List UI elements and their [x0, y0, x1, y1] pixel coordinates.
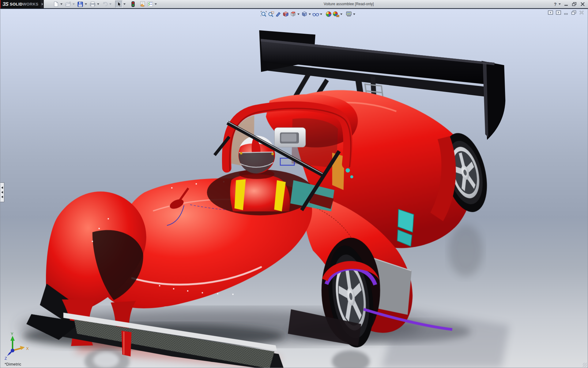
section-view-button[interactable]	[282, 10, 289, 18]
help-button[interactable]: ?	[553, 1, 557, 7]
zoom-to-area-icon	[268, 11, 274, 17]
pane-left-icon	[548, 10, 553, 15]
view-orientation-label: *Dimetric	[5, 362, 21, 366]
collapse-arrow-icon	[1, 191, 3, 194]
save-dropdown[interactable]	[84, 1, 88, 8]
traffic-light-icon	[131, 1, 135, 7]
undo-button[interactable]	[101, 1, 108, 8]
chevron-down-icon	[309, 13, 311, 15]
document-close-button[interactable]	[579, 10, 584, 15]
new-document-icon	[53, 1, 58, 7]
view-settings-dropdown[interactable]	[352, 10, 356, 18]
graphics-viewport[interactable]: Y X Z *Dimetric	[0, 8, 588, 368]
edit-appearance-icon	[333, 11, 339, 17]
chevron-down-icon	[85, 3, 87, 5]
logo-red-strip	[0, 0, 1, 8]
open-folder-icon	[65, 2, 71, 7]
chevron-down-icon	[297, 13, 300, 15]
chevron-right-icon	[41, 3, 43, 6]
view-settings-button[interactable]	[345, 10, 352, 18]
display-style-button[interactable]	[301, 10, 308, 18]
options-button[interactable]	[146, 1, 154, 8]
pane-collapse-left-button[interactable]	[548, 10, 553, 15]
document-restore-button[interactable]	[571, 10, 576, 15]
pane-collapse-right-button[interactable]	[556, 10, 561, 15]
edit-appearance-dropdown[interactable]	[340, 10, 343, 18]
titlebar: ЗS SOLIDWORKS	[0, 0, 588, 8]
apply-scene-button[interactable]	[325, 10, 332, 18]
document-window-controls	[548, 10, 584, 15]
edit-appearance-button[interactable]	[332, 10, 340, 18]
brand-solid: SOLID	[10, 2, 23, 6]
chevron-down-icon	[559, 3, 561, 5]
file-properties-button[interactable]	[139, 1, 146, 8]
new-document-dropdown[interactable]	[60, 1, 63, 8]
close-button[interactable]	[579, 1, 586, 7]
previous-view-icon	[275, 11, 281, 17]
previous-view-button[interactable]	[275, 10, 282, 18]
car-model	[0, 9, 588, 368]
brand-works: WORKS	[23, 2, 39, 6]
save-floppy-icon	[77, 2, 83, 7]
chevron-down-icon	[97, 3, 99, 5]
options-dropdown[interactable]	[154, 1, 157, 8]
solidworks-logo: ЗS SOLIDWORKS	[0, 0, 40, 8]
minimize-icon	[564, 2, 568, 6]
rebuild-button[interactable]	[129, 1, 137, 8]
display-style-dropdown[interactable]	[308, 10, 311, 18]
menu-expand-arrow[interactable]	[40, 0, 44, 8]
file-properties-icon	[140, 1, 145, 7]
select-tool-button[interactable]	[115, 1, 123, 8]
triad-x-label: X	[26, 346, 29, 351]
collapse-arrow-icon	[1, 196, 3, 198]
pane-right-icon	[556, 10, 561, 15]
view-orientation-dropdown[interactable]	[297, 10, 300, 18]
hide-show-items-button[interactable]	[312, 10, 319, 18]
view-settings-icon	[346, 11, 352, 17]
print-button[interactable]	[89, 1, 96, 8]
view-orientation-button[interactable]	[289, 10, 297, 18]
select-dropdown[interactable]	[123, 1, 126, 8]
solidworks-mark-icon: ЗS	[2, 2, 8, 7]
zoom-to-area-button[interactable]	[267, 10, 275, 18]
zoom-to-fit-icon	[261, 11, 267, 17]
chevron-down-icon	[73, 3, 75, 5]
section-view-icon	[283, 11, 289, 17]
chevron-down-icon	[353, 13, 355, 15]
restore-icon	[572, 2, 576, 6]
window-controls: ?	[553, 0, 586, 8]
new-document-button[interactable]	[52, 1, 59, 8]
printer-icon	[90, 2, 96, 7]
undo-dropdown[interactable]	[109, 1, 112, 8]
chevron-down-icon	[109, 3, 111, 5]
save-button[interactable]	[77, 1, 84, 8]
chevron-down-icon	[320, 13, 322, 15]
close-icon	[579, 10, 584, 15]
open-dropdown[interactable]	[72, 1, 75, 8]
apply-scene-icon	[326, 11, 332, 17]
standard-toolbar	[52, 0, 159, 8]
minimize-button[interactable]	[563, 1, 569, 7]
reference-triad: Y X Z	[4, 331, 30, 360]
print-dropdown[interactable]	[96, 1, 100, 8]
minimize-icon	[564, 10, 568, 15]
close-icon	[581, 2, 585, 6]
open-button[interactable]	[64, 1, 72, 8]
display-style-icon	[301, 11, 307, 17]
chevron-down-icon	[155, 3, 157, 5]
zoom-to-fit-button[interactable]	[260, 10, 267, 18]
options-checklist-icon	[147, 1, 153, 7]
triad-y-label: Y	[11, 332, 13, 336]
window-title: Voiture assomblee [Read-only]	[324, 2, 374, 6]
help-dropdown[interactable]	[558, 1, 561, 7]
restore-button[interactable]	[571, 1, 577, 7]
feature-manager-collapse-tab[interactable]	[0, 182, 4, 202]
undo-arrow-icon	[101, 1, 108, 7]
eyeglasses-icon	[312, 11, 319, 17]
resize-grip[interactable]	[583, 363, 587, 367]
chevron-down-icon	[340, 13, 342, 15]
hide-show-items-dropdown[interactable]	[319, 10, 323, 18]
collapse-arrow-icon	[1, 186, 3, 189]
chevron-down-icon	[123, 3, 126, 5]
document-minimize-button[interactable]	[564, 10, 568, 15]
